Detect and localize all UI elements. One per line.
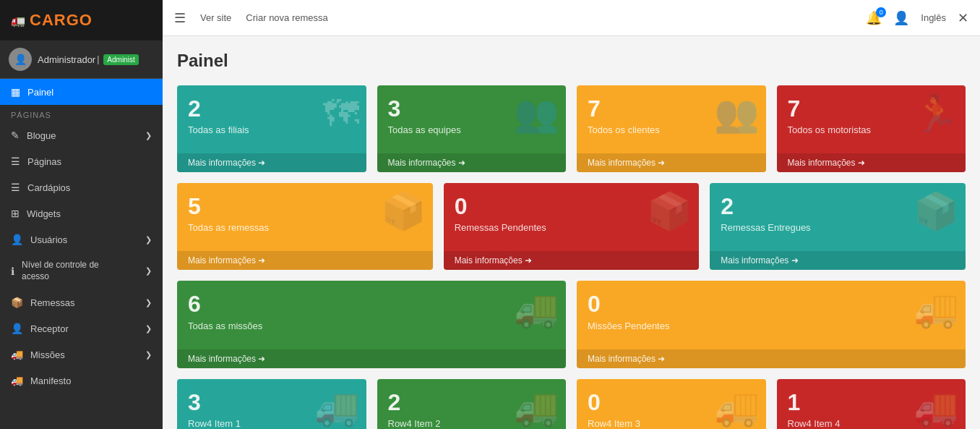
widget-icon: ⊞ <box>11 208 20 219</box>
card-body: 1 Row4 Item 4 🚚 <box>777 379 966 429</box>
dashboard-card[interactable]: 7 Todos os clientes 👥 Mais informações ➜ <box>577 85 766 172</box>
card-body: 6 Todas as missões 🚚 <box>177 281 566 349</box>
ver-site-link[interactable]: Ver site <box>200 12 231 23</box>
card-body: 7 Todos os motoristas 🏃 <box>777 85 966 153</box>
card-icon: 🚚 <box>714 386 759 428</box>
card-body: 7 Todos os clientes 👥 <box>577 85 766 153</box>
card-footer[interactable]: Mais informações ➜ <box>710 251 966 270</box>
card-body: 2 Todas as filiais 🗺 <box>177 85 366 153</box>
dashboard-card[interactable]: 0 Remessas Pendentes 📦 Mais informações … <box>444 183 700 270</box>
sidebar-user: 👤 Administrador | Administ <box>0 41 163 79</box>
dashboard-card[interactable]: 7 Todos os motoristas 🏃 Mais informações… <box>777 85 966 172</box>
card-body: 2 Row4 Item 2 🚚 <box>377 379 567 429</box>
sidebar-section-pages: Páginas <box>0 105 163 122</box>
dashboard-row-2: 5 Todas as remessas 📦 Mais informações ➜… <box>177 183 966 270</box>
sidebar-item-manifesto[interactable]: 🚚 Manifesto <box>0 368 163 394</box>
sidebar-item-label: Painel <box>27 87 53 98</box>
sidebar-item-label: Widgets <box>27 208 61 219</box>
sidebar-item-widgets[interactable]: ⊞ Widgets <box>0 200 163 226</box>
card-icon: 📦 <box>914 190 958 232</box>
sidebar: 🚛 CARGO 👤 Administrador | Administ ▦ Pai… <box>0 0 163 429</box>
content-area: Painel 2 Todas as filiais 🗺 Mais informa… <box>163 36 980 429</box>
card-footer[interactable]: Mais informações ➜ <box>177 251 433 270</box>
card-icon: 🚚 <box>914 386 958 428</box>
dashboard-card[interactable]: 6 Todas as missões 🚚 Mais informações ➜ <box>177 281 566 368</box>
card-icon: 🚚 <box>514 386 559 428</box>
dashboard-row-1: 2 Todas as filiais 🗺 Mais informações ➜ … <box>177 85 966 172</box>
sidebar-item-cardapios[interactable]: ☰ Cardápios <box>0 174 163 200</box>
card-label: Todas as missões <box>188 320 555 331</box>
package-icon: 📦 <box>11 297 23 308</box>
card-body: 2 Remessas Entregues 📦 <box>710 183 966 251</box>
admin-badge: Administ <box>103 54 138 65</box>
card-icon: 🏃 <box>914 93 958 135</box>
truck-icon: 🚛 <box>11 14 25 27</box>
page-title: Painel <box>177 51 966 71</box>
chevron-right-icon: ❯ <box>145 235 152 245</box>
card-icon: 🚚 <box>514 288 559 330</box>
dashboard-row-4: 3 Row4 Item 1 🚚 Mais informações ➜ 2 Row… <box>177 379 966 429</box>
sidebar-item-label: Usuários <box>30 234 67 245</box>
card-icon: 👥 <box>714 93 759 135</box>
card-footer[interactable]: Mais informações ➜ <box>577 349 966 368</box>
criar-remessa-link[interactable]: Criar nova remessa <box>246 12 327 23</box>
dashboard-card[interactable]: 0 Missões Pendentes 🚚 Mais informações ➜ <box>577 281 966 368</box>
user-icon: 👤 <box>11 234 23 245</box>
hamburger-icon[interactable]: ☰ <box>174 10 186 26</box>
card-number: 0 <box>588 292 955 317</box>
card-icon: 🗺 <box>323 93 359 135</box>
grid-icon: ▦ <box>11 86 20 98</box>
card-footer[interactable]: Mais informações ➜ <box>177 349 566 368</box>
dashboard-card[interactable]: 2 Row4 Item 2 🚚 Mais informações ➜ <box>377 379 567 429</box>
close-icon[interactable]: ✕ <box>958 10 968 26</box>
sidebar-item-label: Missões <box>30 349 65 360</box>
sidebar-item-missoes[interactable]: 🚚 Missões ❯ <box>0 341 163 368</box>
language-selector[interactable]: Inglês <box>921 12 946 23</box>
sidebar-item-painel[interactable]: ▦ Painel <box>0 79 163 105</box>
sidebar-item-remessas[interactable]: 📦 Remessas ❯ <box>0 289 163 315</box>
dashboard-card[interactable]: 3 Row4 Item 1 🚚 Mais informações ➜ <box>177 379 366 429</box>
sidebar-item-usuarios[interactable]: 👤 Usuários ❯ <box>0 226 163 252</box>
card-label: Missões Pendentes <box>588 320 955 331</box>
card-footer[interactable]: Mais informações ➜ <box>377 153 567 172</box>
card-icon: 🚚 <box>914 288 958 330</box>
card-footer[interactable]: Mais informações ➜ <box>177 153 366 172</box>
sidebar-item-label: Páginas <box>27 156 61 167</box>
menu-icon: ☰ <box>11 182 20 193</box>
card-body: 0 Remessas Pendentes 📦 <box>444 183 700 251</box>
chevron-right-icon: ❯ <box>145 266 152 276</box>
card-icon: 🚚 <box>314 386 359 428</box>
manifesto-icon: 🚚 <box>11 375 23 386</box>
card-footer[interactable]: Mais informações ➜ <box>777 153 966 172</box>
card-body: 0 Row4 Item 3 🚚 <box>577 379 766 429</box>
notifications-button[interactable]: 🔔 0 <box>866 10 882 26</box>
dashboard-card[interactable]: 2 Remessas Entregues 📦 Mais informações … <box>710 183 966 270</box>
user-name: Administrador <box>38 54 95 65</box>
dashboard-card[interactable]: 5 Todas as remessas 📦 Mais informações ➜ <box>177 183 433 270</box>
dashboard-card[interactable]: 0 Row4 Item 3 🚚 Mais informações ➜ <box>577 379 766 429</box>
user-profile-icon[interactable]: 👤 <box>893 10 909 26</box>
card-number: 6 <box>188 292 555 317</box>
card-footer[interactable]: Mais informações ➜ <box>444 251 700 270</box>
chevron-right-icon: ❯ <box>145 131 152 140</box>
card-footer[interactable]: Mais informações ➜ <box>577 153 766 172</box>
card-body: 5 Todas as remessas 📦 <box>177 183 433 251</box>
card-body: 0 Missões Pendentes 🚚 <box>577 281 966 349</box>
receptor-icon: 👤 <box>11 323 23 334</box>
sidebar-item-label: Cardápios <box>27 182 70 193</box>
main-area: ☰ Ver site Criar nova remessa 🔔 0 👤 Ingl… <box>163 0 980 429</box>
topbar: ☰ Ver site Criar nova remessa 🔔 0 👤 Ingl… <box>163 0 980 36</box>
sidebar-item-nivel[interactable]: ℹ Nível de controle de acesso ❯ <box>0 252 163 289</box>
pages-icon: ☰ <box>11 156 20 167</box>
chevron-right-icon: ❯ <box>145 298 152 307</box>
card-icon: 📦 <box>381 190 426 232</box>
card-body: 3 Todas as equipes 👥 <box>377 85 567 153</box>
sidebar-item-receptor[interactable]: 👤 Receptor ❯ <box>0 315 163 341</box>
notification-badge: 0 <box>876 7 886 17</box>
chevron-right-icon: ❯ <box>145 350 152 360</box>
dashboard-card[interactable]: 2 Todas as filiais 🗺 Mais informações ➜ <box>177 85 366 172</box>
sidebar-item-blogue[interactable]: ✎ Blogue ❯ <box>0 122 163 148</box>
sidebar-item-paginas[interactable]: ☰ Páginas <box>0 148 163 174</box>
dashboard-card[interactable]: 1 Row4 Item 4 🚚 Mais informações ➜ <box>777 379 966 429</box>
dashboard-card[interactable]: 3 Todas as equipes 👥 Mais informações ➜ <box>377 85 567 172</box>
